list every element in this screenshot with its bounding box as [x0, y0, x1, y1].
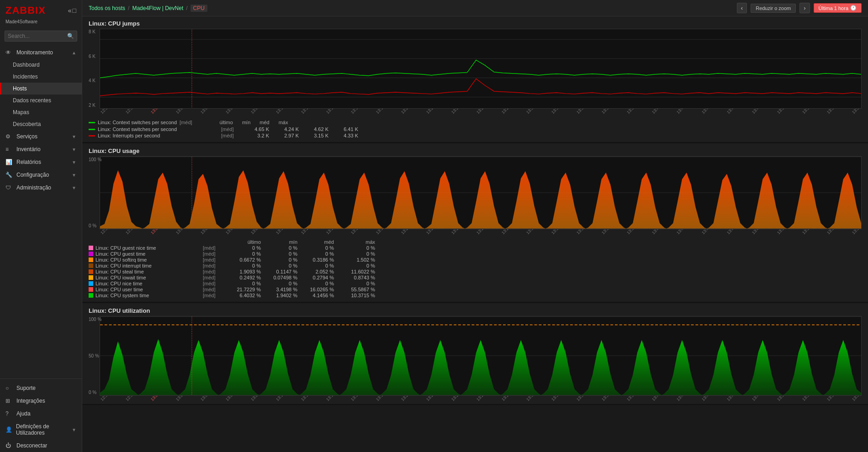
nav-group-configuracao[interactable]: 🔧 Configuração ▼: [0, 168, 82, 181]
zoom-btn[interactable]: Reduzir o zoom: [751, 4, 796, 13]
legend-context-switches: Linux: Context switches per second: [98, 120, 177, 125]
sidebar: ZABBIX « □ Made4Software 🔍 👁 Monitoramen…: [0, 0, 82, 452]
svg-marker-11: [223, 170, 264, 228]
main-content: Todos os hosts / Made4Flow | DevNet / CP…: [82, 0, 868, 452]
nav-group-inventario[interactable]: ≡ Inventário ▼: [0, 143, 82, 156]
chart-cpu-usage: Linux: CPU usage 100 % 0 %: [82, 144, 868, 303]
search-input[interactable]: [5, 31, 64, 41]
svg-marker-39: [380, 340, 420, 395]
breadcrumb-todos-hosts[interactable]: Todos os hosts: [89, 5, 125, 11]
svg-marker-9: [143, 173, 183, 229]
chevron-up-icon: ▲: [72, 50, 76, 55]
sidebar-item-ajuda[interactable]: ? Ajuda: [0, 407, 82, 420]
sidebar-item-dados-recentes[interactable]: Dados recentes: [0, 95, 82, 106]
nav-group-relatorios[interactable]: 📊 Relatórios ▼: [0, 156, 82, 168]
time-label: Última 1 hora: [819, 5, 848, 11]
app-logo: ZABBIX: [5, 5, 46, 16]
svg-marker-49: [783, 340, 823, 395]
chevron-down-icon-5: ▼: [72, 185, 76, 190]
services-icon: ⚙: [5, 133, 13, 140]
sidebar-item-hosts[interactable]: Hosts: [0, 83, 82, 95]
chart-cpu-utilization: Linux: CPU utilization 100 % 50 % 0 %: [82, 304, 868, 405]
collapse-icon[interactable]: «: [68, 7, 72, 14]
support-icon: ○: [5, 385, 13, 391]
svg-marker-45: [622, 340, 662, 395]
chevron-down-icon: ▼: [72, 134, 76, 139]
breadcrumb-made4flow[interactable]: Made4Flow | DevNet: [132, 5, 183, 11]
ajuda-label: Ajuda: [16, 410, 31, 417]
svg-marker-20: [586, 173, 626, 229]
prev-btn[interactable]: ‹: [737, 3, 747, 13]
help-icon: ?: [5, 410, 13, 417]
search-box: 🔍: [5, 31, 77, 42]
integracoes-label: Integrações: [16, 398, 45, 404]
chart-cpu-utilization-xaxis: 12:56 12:58 13:00 13:02 13:04 13:06 13:0…: [100, 396, 862, 404]
chart-cpu-jumps-xaxis: 12:56 12:58 13:00 13:02 13:04 13:06 13:0…: [100, 109, 862, 117]
chart-cpu-jumps-svg: [100, 29, 862, 109]
svg-marker-38: [339, 340, 380, 395]
svg-marker-46: [662, 340, 702, 395]
sidebar-item-descoberta[interactable]: Descoberta: [0, 118, 82, 130]
inventory-icon: ≡: [5, 146, 13, 152]
search-icon[interactable]: 🔍: [64, 31, 77, 41]
topbar: Todos os hosts / Made4Flow | DevNet / CP…: [82, 0, 868, 16]
sidebar-item-suporte[interactable]: ○ Suporte: [0, 382, 82, 394]
sidebar-item-incidentes[interactable]: Incidentes: [0, 71, 82, 83]
integrations-icon: ⊞: [5, 398, 13, 404]
sidebar-item-definicoes[interactable]: 👤 Definições de Utilizadores ▼: [0, 420, 82, 439]
svg-marker-25: [787, 173, 827, 229]
nav-group-administracao-label: Administração: [16, 184, 51, 191]
suporte-label: Suporte: [16, 385, 36, 391]
sidebar-item-mapas[interactable]: Mapas: [0, 106, 82, 118]
nav-group-monitoramento-label: Monitoramento: [16, 49, 53, 56]
svg-marker-21: [626, 173, 667, 229]
chart-cpu-jumps-legend: Linux: Context switches per second [méd]…: [82, 117, 868, 142]
sidebar-item-integracoes[interactable]: ⊞ Integrações: [0, 394, 82, 407]
desconectar-label: Desconectar: [16, 442, 47, 449]
svg-marker-32: [100, 342, 138, 395]
chevron-down-icon-4: ▼: [72, 173, 76, 178]
nav-group-servicos-label: Serviços: [16, 133, 37, 140]
nav-group-relatorios-label: Relatórios: [16, 159, 41, 165]
svg-marker-16: [425, 171, 465, 228]
svg-marker-19: [545, 173, 586, 229]
svg-marker-18: [505, 171, 545, 228]
chart-cpu-jumps: Linux: CPU jumps 8 K 6 K 4 K 2 K: [82, 16, 868, 143]
reports-icon: 📊: [5, 159, 13, 165]
svg-marker-33: [138, 339, 178, 395]
chart-cpu-usage-svg: [100, 156, 862, 229]
window-icon[interactable]: □: [73, 7, 76, 14]
svg-marker-36: [259, 340, 299, 395]
svg-marker-13: [304, 173, 344, 229]
svg-marker-14: [344, 173, 384, 229]
chart-cpu-usage-legend: último mín méd máx Linux: CPU guest nice…: [82, 237, 868, 302]
chart-cpu-usage-title: Linux: CPU usage: [82, 144, 868, 156]
svg-marker-47: [702, 340, 742, 395]
svg-marker-22: [667, 173, 707, 229]
svg-marker-41: [460, 340, 501, 395]
nav-group-servicos[interactable]: ⚙ Serviços ▼: [0, 130, 82, 143]
svg-marker-17: [465, 171, 505, 228]
next-btn[interactable]: ›: [799, 3, 810, 13]
svg-marker-15: [384, 171, 424, 228]
chevron-down-icon-2: ▼: [72, 147, 76, 152]
svg-marker-12: [264, 171, 304, 228]
sidebar-bottom: ○ Suporte ⊞ Integrações ? Ajuda 👤 Defini…: [0, 378, 82, 452]
nav-group-administracao[interactable]: 🛡 Administração ▼: [0, 181, 82, 194]
sidebar-item-dashboard[interactable]: Dashboard: [0, 59, 82, 71]
svg-marker-44: [582, 340, 622, 395]
svg-marker-37: [299, 340, 339, 395]
chart-cpu-utilization-title: Linux: CPU utilization: [82, 304, 868, 316]
time-btn[interactable]: Última 1 hora 🕐: [814, 3, 862, 13]
clock-icon: 🕐: [850, 5, 857, 11]
svg-marker-34: [179, 340, 219, 395]
sidebar-item-desconectar[interactable]: ⏻ Desconectar: [0, 439, 82, 452]
company-name: Made4Software: [0, 19, 82, 28]
chevron-down-icon-6: ▼: [72, 427, 76, 432]
svg-marker-48: [742, 340, 783, 395]
svg-marker-10: [183, 174, 223, 229]
svg-marker-42: [501, 340, 541, 395]
nav-group-monitoramento[interactable]: 👁 Monitoramento ▲: [0, 46, 82, 59]
breadcrumb: Todos os hosts / Made4Flow | DevNet / CP…: [89, 5, 207, 12]
svg-marker-50: [823, 340, 861, 395]
